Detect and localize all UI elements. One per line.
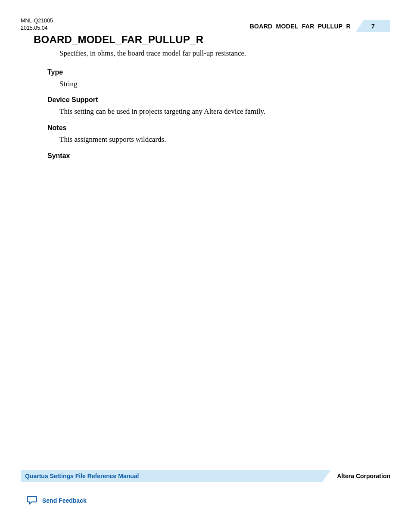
section-device-support: Device Support This setting can be used … xyxy=(47,96,383,117)
manual-title-link[interactable]: Quartus Settings File Reference Manual xyxy=(25,470,139,482)
intro-text: Specifies, in ohms, the board trace mode… xyxy=(59,48,383,59)
content: BOARD_MODEL_FAR_PULLUP_R Specifies, in o… xyxy=(34,34,383,167)
section-notes: Notes This assignment supports wildcards… xyxy=(47,124,383,145)
page-number: 7 xyxy=(356,22,390,31)
section-heading: Notes xyxy=(47,124,383,132)
section-heading: Device Support xyxy=(47,96,383,104)
ribbon-slant xyxy=(322,470,331,482)
send-feedback-link[interactable]: Send Feedback xyxy=(27,495,390,506)
doc-id: MNL-Q21005 xyxy=(21,17,53,25)
section-body: This setting can be used in projects tar… xyxy=(59,106,383,117)
footer-ribbon: Quartus Settings File Reference Manual A… xyxy=(21,470,390,482)
section-body: This assignment supports wildcards. xyxy=(59,134,383,145)
section-syntax: Syntax xyxy=(47,152,383,160)
doc-date: 2015.05.04 xyxy=(21,25,53,32)
page-title: BOARD_MODEL_FAR_PULLUP_R xyxy=(34,34,383,46)
header-right: BOARD_MODEL_FAR_PULLUP_R 7 xyxy=(250,22,390,31)
footer: Quartus Settings File Reference Manual A… xyxy=(21,470,390,506)
section-body: String xyxy=(59,79,383,90)
corporation-name: Altera Corporation xyxy=(337,470,390,482)
section-type: Type String xyxy=(47,68,383,90)
section-heading: Type xyxy=(47,68,383,76)
page-number-badge: 7 xyxy=(356,22,390,31)
section-heading: Syntax xyxy=(47,152,383,160)
header-left: MNL-Q21005 2015.05.04 xyxy=(21,17,53,32)
speech-bubble-icon xyxy=(27,495,38,506)
send-feedback-label: Send Feedback xyxy=(42,497,87,504)
running-title: BOARD_MODEL_FAR_PULLUP_R xyxy=(250,23,356,30)
page: MNL-Q21005 2015.05.04 BOARD_MODEL_FAR_PU… xyxy=(0,0,411,532)
